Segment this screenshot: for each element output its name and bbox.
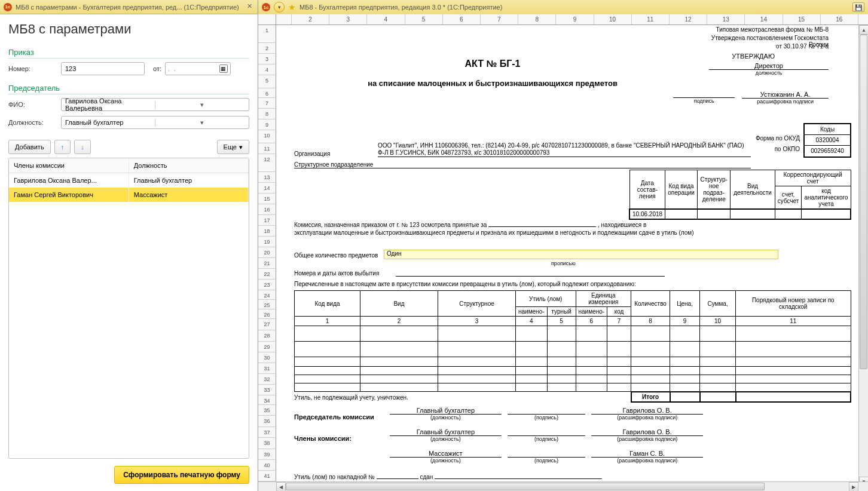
position-value: Главный бухгалтер — [62, 119, 155, 126]
scroll-up-icon[interactable]: ▲ — [859, 25, 868, 35]
scroll-left-icon[interactable]: ◀ — [276, 482, 286, 491]
form-header-3: от 30.10.97 № 71-а — [695, 43, 829, 50]
app-icon-1c: 1c — [262, 3, 270, 11]
col-members: Члены комиссии — [9, 158, 129, 173]
calendar-icon[interactable]: ▦ — [219, 65, 228, 73]
act-subtitle: на списание малоценных и быстроизнашиваю… — [276, 79, 709, 88]
table-row[interactable]: Гаман Сергей ВикторовичМассажист — [9, 188, 249, 202]
section-prikaz: Приказ — [8, 48, 249, 59]
move-up-button[interactable]: ↑ — [54, 140, 71, 154]
main-title: МБ8 - Бухгалтерия предприятия, редакция … — [299, 4, 849, 11]
horizontal-scrollbar[interactable]: ◀ ▶ — [258, 481, 868, 491]
dialog-heading: МБ8 с параметрами — [8, 22, 249, 37]
codes-box: Коды 0320004 0029659240 — [803, 123, 851, 158]
vertical-scrollbar[interactable]: ▲ ▼ — [858, 25, 868, 481]
dialog-titlebar: 1c МБ8 с параметрами - Бухгалтерия предп… — [0, 0, 258, 14]
chevron-down-icon[interactable]: ▾ — [155, 101, 249, 109]
main-window: 1c ▾ ★ МБ8 - Бухгалтерия предприятия, ре… — [258, 0, 868, 491]
scroll-right-icon[interactable]: ▶ — [849, 482, 858, 491]
add-button[interactable]: Добавить — [8, 140, 51, 154]
director-label: Директор — [709, 62, 829, 70]
arrow-down-icon: ↓ — [81, 143, 84, 151]
fio-value: Гаврилова Оксана Валерьевна — [62, 97, 155, 112]
scroll-down-icon[interactable]: ▼ — [859, 477, 868, 481]
app-icon-1c: 1c — [4, 3, 12, 11]
position-combo[interactable]: Главный бухгалтер ▾ — [61, 116, 249, 129]
move-down-button[interactable]: ↓ — [74, 140, 91, 154]
items-table: Код вида Вид Структурное Утиль (лом) Еди… — [294, 290, 851, 403]
chevron-down-icon[interactable]: ▾ — [155, 119, 249, 127]
label-position: Должность: — [8, 119, 57, 126]
star-icon[interactable]: ★ — [288, 2, 296, 12]
close-icon[interactable]: ✕ — [244, 2, 254, 12]
position-sublabel: должность — [709, 70, 829, 76]
chevron-down-icon: ▾ — [239, 143, 243, 151]
label-number: Номер: — [8, 65, 57, 72]
more-button[interactable]: Еще▾ — [217, 140, 249, 154]
fio-combo[interactable]: Гаврилова Оксана Валерьевна ▾ — [61, 98, 249, 111]
column-ruler: 2 3 4 5 6 7 8 9 10 11 12 13 14 15 16 — [258, 14, 868, 25]
label-from: от: — [153, 65, 161, 72]
spreadsheet-area[interactable]: Типовая межотраслевая форма № МБ-8 Утвер… — [276, 25, 858, 481]
total-items-cell[interactable]: Один — [384, 250, 778, 259]
generate-button[interactable]: Сформировать печатную форму — [114, 466, 249, 484]
header-table: Дата состав-ления Код вида операции Стру… — [629, 170, 851, 220]
table-row[interactable]: Гаврилова Оксана Валер...Главный бухгалт… — [9, 173, 249, 188]
dropdown-button[interactable]: ▾ — [274, 2, 285, 13]
approve-label: УТВЕРЖДАЮ — [732, 53, 775, 60]
params-dialog: 1c МБ8 с параметрами - Бухгалтерия предп… — [0, 0, 258, 491]
col-position: Должность — [129, 158, 248, 173]
save-icon[interactable]: 💾 — [852, 2, 864, 12]
org-text: ООО "Гиалит", ИНН 1106006396, тел.: (821… — [378, 142, 751, 157]
dialog-title: МБ8 с параметрами - Бухгалтерия предприя… — [16, 4, 241, 11]
date-placeholder: . . — [168, 65, 217, 72]
date-input[interactable]: . . ▦ — [165, 62, 231, 75]
label-fio: ФИО: — [8, 101, 57, 108]
members-table[interactable]: Члены комиссии Должность Гаврилова Оксан… — [8, 158, 249, 459]
section-chair: Председатель — [8, 84, 249, 94]
arrow-up-icon: ↑ — [61, 143, 65, 151]
org-label: Организация — [294, 151, 330, 157]
form-header-1: Типовая межотраслевая форма № МБ-8 — [695, 26, 829, 33]
struct-label: Структурное подразделение — [294, 161, 751, 168]
act-title: АКТ № БГ-1 — [276, 59, 709, 69]
main-titlebar: 1c ▾ ★ МБ8 - Бухгалтерия предприятия, ре… — [258, 0, 868, 14]
number-input[interactable] — [61, 62, 145, 75]
row-gutter: 1234567891011121314151617181920212223242… — [258, 25, 276, 481]
